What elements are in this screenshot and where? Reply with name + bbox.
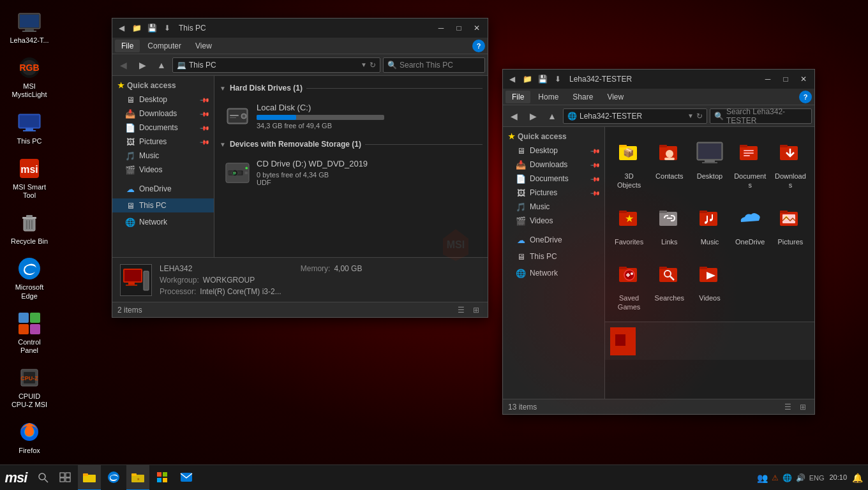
taskbar-file-explorer[interactable] — [78, 465, 101, 491]
nav-forward-btn-1[interactable]: ▶ — [134, 57, 151, 73]
grid-item-saved-games[interactable]: Saved Games — [610, 254, 648, 317]
address-bar-2[interactable]: 🌐 Leha342-TESTER ▼ ↻ — [563, 108, 707, 124]
sidebar-item-onedrive-1[interactable]: ☁ OneDrive — [112, 182, 214, 196]
sidebar-item-network-2[interactable]: 🌐 Network — [503, 266, 604, 280]
desktop-icon-control-panel[interactable]: Control Panel — [6, 308, 52, 357]
grid-item-documents[interactable]: Documents — [731, 132, 769, 195]
titlebar-more-btn-2[interactable]: ⬇ — [551, 73, 564, 85]
nav-back-btn-2[interactable]: ◀ — [505, 108, 522, 124]
desktop-icon-cpuid[interactable]: CPU-Z CPUID CPU-Z MSI — [6, 362, 52, 412]
titlebar-back-btn[interactable]: ◀ — [115, 22, 128, 34]
sidebar-item-pictures-2[interactable]: 🖼 Pictures 📌 — [503, 186, 604, 200]
minimize-btn-2[interactable]: ─ — [760, 72, 776, 86]
address-bar-refresh-2[interactable]: ↻ — [696, 112, 703, 121]
minimize-btn-1[interactable]: ─ — [433, 21, 449, 35]
address-bar-dropdown-1[interactable]: ▼ — [361, 61, 367, 68]
sidebar-item-network-1[interactable]: 🌐 Network — [112, 215, 214, 229]
grid-item-favorites[interactable]: ★Favorites — [610, 198, 648, 251]
warning-tray-icon[interactable]: ⚠ — [772, 473, 779, 482]
close-btn-1[interactable]: ✕ — [468, 21, 485, 35]
view-details-btn-1[interactable]: ☰ — [454, 304, 467, 316]
nav-up-btn-1[interactable]: ▲ — [153, 57, 170, 73]
notification-tray-icon[interactable]: 🔔 — [852, 473, 863, 483]
search-bar-2[interactable]: 🔍 Search Leha342-TESTER — [710, 108, 812, 124]
grid-item-music[interactable]: Music — [691, 198, 728, 251]
titlebar-save-icon[interactable]: 💾 — [146, 22, 158, 34]
ribbon-tab-file[interactable]: File — [115, 40, 140, 52]
sidebar-item-videos-1[interactable]: 🎬 Videos — [112, 163, 214, 177]
desktop-icon-recycle-bin[interactable]: Recycle Bin — [6, 207, 52, 248]
titlebar-back-btn-2[interactable]: ◀ — [505, 73, 518, 85]
grid-item-3d-objects[interactable]: 📦3D Objects — [610, 132, 648, 195]
sidebar-item-downloads-2[interactable]: 📥 Downloads 📌 — [503, 158, 604, 172]
grid-item-links[interactable]: Links — [650, 198, 688, 251]
grid-item-searches[interactable]: Searches — [650, 254, 688, 317]
taskbar-start-button[interactable]: msi — [0, 465, 32, 491]
taskbar-edge[interactable] — [102, 465, 125, 491]
taskbar-mail[interactable] — [175, 465, 198, 491]
desktop-icon-firefox[interactable]: Firefox — [6, 417, 52, 457]
ribbon-tab-home-2[interactable]: Home — [532, 91, 565, 103]
maximize-btn-2[interactable]: □ — [777, 72, 794, 86]
nav-back-btn-1[interactable]: ◀ — [115, 57, 131, 73]
taskbar-store[interactable] — [151, 465, 174, 491]
svg-line-87 — [670, 276, 674, 280]
view-details-btn-2[interactable]: ☰ — [781, 401, 794, 413]
address-bar-1[interactable]: 💻 This PC ▼ ↻ — [172, 57, 380, 73]
desktop-icon-microsoft-edge[interactable]: Microsoft Edge — [6, 253, 52, 302]
sidebar-item-documents-1[interactable]: 📄 Documents 📌 — [112, 121, 214, 135]
sidebar-item-videos-2[interactable]: 🎬 Videos — [503, 214, 604, 228]
sidebar-item-music-2[interactable]: 🎵 Music — [503, 200, 604, 214]
local-disk-item[interactable]: Local Disk (C:) 34,3 GB free of 49,4 GB — [220, 98, 483, 135]
desktop-icon-msi-mysticlight[interactable]: RGB MSI MysticLight — [6, 52, 52, 101]
address-bar-dropdown-2[interactable]: ▼ — [687, 112, 694, 119]
grid-item-desktop[interactable]: Desktop — [691, 132, 728, 195]
titlebar-save-icon-2[interactable]: 💾 — [536, 73, 549, 85]
sidebar-quick-access-2[interactable]: ★ Quick access — [503, 130, 604, 144]
maximize-btn-1[interactable]: □ — [451, 21, 467, 35]
grid-item-pictures[interactable]: Pictures — [772, 198, 809, 251]
sidebar-item-this-pc-2[interactable]: 🖥 This PC — [503, 249, 604, 264]
taskbar-clock[interactable]: 20:10 — [829, 473, 847, 482]
sidebar-item-documents-2[interactable]: 📄 Documents 📌 — [503, 172, 604, 186]
nav-forward-btn-2[interactable]: ▶ — [525, 108, 541, 124]
taskbar-folder[interactable]: ★ — [126, 465, 149, 491]
sidebar-item-onedrive-2[interactable]: ☁ OneDrive — [503, 233, 604, 247]
ribbon-tab-share-2[interactable]: Share — [566, 91, 599, 103]
ribbon-help-btn-1[interactable]: ? — [472, 40, 485, 52]
grid-item-onedrive[interactable]: OneDrive — [731, 198, 769, 251]
sidebar-item-desktop-1[interactable]: 🖥 Desktop 📌 — [112, 93, 214, 107]
sidebar-pictures-label-1: Pictures — [139, 137, 167, 146]
sidebar-item-downloads-1[interactable]: 📥 Downloads 📌 — [112, 107, 214, 121]
volume-tray-icon[interactable]: 🔊 — [796, 473, 805, 482]
ribbon-tab-view-2[interactable]: View — [601, 91, 630, 103]
grid-item-contacts[interactable]: Contacts — [650, 132, 688, 195]
ribbon-tab-view[interactable]: View — [189, 40, 218, 52]
desktop-icon-this-pc[interactable]: This PC — [6, 107, 52, 148]
sidebar-quick-access-1[interactable]: ★ Quick access — [112, 78, 214, 93]
view-large-btn-2[interactable]: ⊞ — [797, 401, 809, 413]
desktop-icon-leha342[interactable]: Leha342-T... — [6, 6, 52, 47]
nav-up-btn-2[interactable]: ▲ — [544, 108, 560, 124]
search-bar-1[interactable]: 🔍 Search This PC — [383, 57, 485, 73]
desktop-icon-msi-smart-tool[interactable]: msi MSI Smart Tool — [6, 153, 52, 202]
sidebar-item-pictures-1[interactable]: 🖼 Pictures 📌 — [112, 135, 214, 149]
cd-drive-item[interactable]: 🐉 CD Drive (D:) WD_DVD_2019 0 bytes free… — [220, 154, 483, 191]
people-tray-icon[interactable]: 👥 — [757, 473, 768, 483]
sidebar-item-this-pc-1[interactable]: 🖥 This PC — [112, 198, 214, 212]
network-tray-icon[interactable]: 🌐 — [782, 473, 792, 482]
ribbon-help-btn-2[interactable]: ? — [799, 91, 812, 103]
close-btn-2[interactable]: ✕ — [795, 72, 812, 86]
ribbon-tab-file-2[interactable]: File — [505, 91, 530, 103]
taskbar-search-button[interactable] — [32, 465, 55, 491]
language-tray-label[interactable]: ENG — [809, 474, 825, 482]
view-large-btn-1[interactable]: ⊞ — [470, 304, 483, 316]
sidebar-item-music-1[interactable]: 🎵 Music — [112, 149, 214, 163]
grid-item-downloads[interactable]: Downloads — [772, 132, 809, 195]
taskbar-task-view[interactable] — [55, 465, 75, 491]
ribbon-tab-computer[interactable]: Computer — [141, 40, 188, 52]
grid-item-videos[interactable]: Videos — [691, 254, 728, 317]
sidebar-item-desktop-2[interactable]: 🖥 Desktop 📌 — [503, 144, 604, 158]
titlebar-more-btn[interactable]: ⬇ — [161, 22, 174, 34]
address-bar-refresh-1[interactable]: ↻ — [370, 61, 376, 70]
